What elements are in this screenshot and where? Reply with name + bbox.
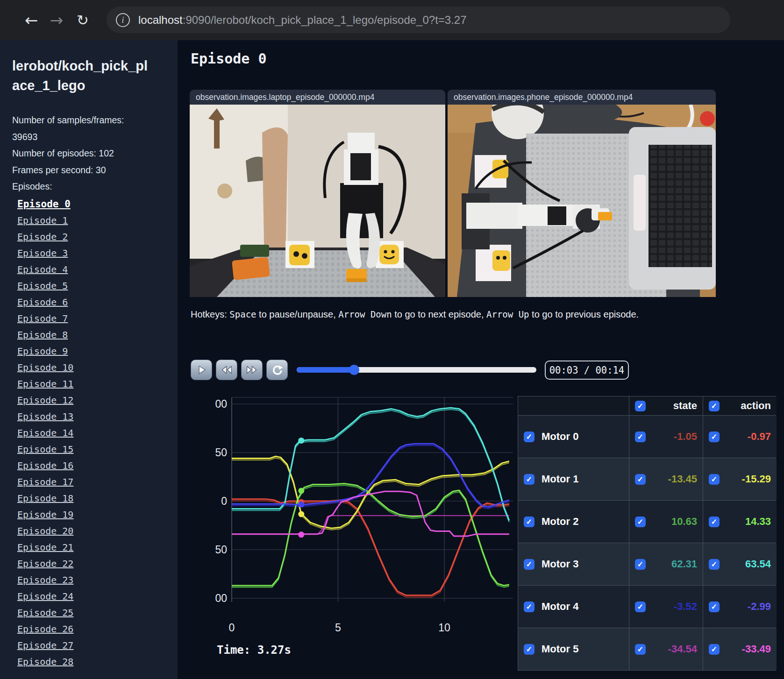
episode-list-item: Episode 9	[12, 343, 178, 360]
motor4-state-value: -3.52	[674, 601, 697, 613]
episode-link-22[interactable]: Episode 22	[17, 558, 73, 569]
url-bar[interactable]: i localhost:9090/lerobot/koch_pick_place…	[107, 7, 730, 33]
column-header-state: ✓state	[629, 396, 703, 415]
episode-link-14[interactable]: Episode 14	[17, 427, 73, 439]
back-icon[interactable]: ←	[21, 9, 42, 31]
episode-list-item: Episode 26	[12, 621, 178, 637]
motor1-state-checkbox[interactable]: ✓	[635, 474, 646, 485]
motor2-state-checkbox[interactable]: ✓	[635, 516, 646, 527]
motor4-state-cell: ✓-3.52	[629, 586, 703, 628]
episode-link-4[interactable]: Episode 4	[17, 264, 68, 275]
play-button[interactable]	[191, 360, 212, 380]
episode-link-24[interactable]: Episode 24	[17, 591, 73, 602]
loop-button[interactable]	[266, 360, 288, 380]
reload-icon[interactable]: ↻	[72, 9, 93, 31]
action-column-checkbox[interactable]: ✓	[709, 401, 720, 411]
motor-row-motor2: ✓Motor 2	[518, 501, 629, 543]
svg-text:0: 0	[221, 495, 227, 507]
motor5-row-checkbox[interactable]: ✓	[524, 644, 535, 655]
motor1-action-cell: ✓-15.29	[703, 458, 777, 500]
seek-slider[interactable]	[297, 367, 536, 373]
video-frame-laptop[interactable]	[190, 105, 445, 297]
episode-list-item: Episode 13	[12, 409, 178, 425]
motor3-action-checkbox[interactable]: ✓	[709, 559, 720, 570]
motor2-action-cell: ✓14.33	[703, 501, 777, 543]
episode-link-2[interactable]: Episode 2	[17, 231, 68, 242]
motor3-row-checkbox[interactable]: ✓	[524, 559, 535, 570]
episode-link-17[interactable]: Episode 17	[17, 476, 73, 488]
episode-link-0[interactable]: Episode 0	[17, 198, 71, 210]
episode-list-item: Episode 21	[12, 539, 178, 556]
motor-name-motor0: Motor 0	[542, 431, 578, 443]
episode-link-7[interactable]: Episode 7	[17, 313, 68, 324]
motor0-action-value: -0.97	[748, 431, 771, 443]
episode-link-25[interactable]: Episode 25	[17, 607, 73, 618]
svg-text:-50: -50	[215, 544, 227, 556]
episode-link-27[interactable]: Episode 27	[17, 640, 73, 651]
site-info-icon[interactable]: i	[116, 13, 130, 27]
episode-link-21[interactable]: Episode 21	[17, 542, 73, 553]
episode-link-13[interactable]: Episode 13	[17, 411, 73, 422]
seek-slider-fill	[297, 367, 354, 373]
episode-link-6[interactable]: Episode 6	[17, 297, 68, 308]
motor2-row-checkbox[interactable]: ✓	[524, 516, 535, 527]
motor5-state-cell: ✓-34.54	[629, 628, 703, 670]
motor0-state-cell: ✓-1.05	[629, 416, 703, 458]
motor0-action-checkbox[interactable]: ✓	[709, 431, 720, 442]
episode-link-11[interactable]: Episode 11	[17, 378, 73, 389]
episode-link-23[interactable]: Episode 23	[17, 574, 73, 586]
motor1-row-checkbox[interactable]: ✓	[524, 474, 535, 485]
forward-icon[interactable]: →	[46, 9, 67, 31]
motor0-state-checkbox[interactable]: ✓	[635, 431, 646, 442]
motor2-state-cell: ✓10.63	[629, 501, 703, 543]
episode-link-9[interactable]: Episode 9	[17, 346, 68, 357]
motor1-action-checkbox[interactable]: ✓	[709, 474, 720, 485]
episode-link-8[interactable]: Episode 8	[17, 329, 68, 340]
seek-slider-thumb[interactable]	[349, 365, 359, 375]
episode-list-item: Episode 23	[12, 572, 178, 588]
motor5-action-value: -33.49	[742, 643, 771, 655]
motor-name-motor5: Motor 5	[542, 643, 578, 655]
episode-link-20[interactable]: Episode 20	[17, 525, 73, 537]
episode-link-5[interactable]: Episode 5	[17, 280, 68, 291]
episode-list-item: Episode 18	[12, 490, 178, 507]
motor-table: ✓state✓action✓Motor 0✓-1.05✓-0.97✓Motor …	[518, 396, 776, 671]
url-text: localhost:9090/lerobot/koch_pick_place_1…	[138, 14, 467, 27]
hotkeys-mid1: to pause/unpause,	[257, 309, 339, 319]
episode-list-item: Episode 5	[12, 278, 178, 294]
fast-forward-icon	[244, 363, 259, 377]
table-corner-cell	[518, 396, 629, 415]
episode-list-item: Episode 7	[12, 311, 178, 327]
episode-link-1[interactable]: Episode 1	[17, 215, 68, 226]
state-column-checkbox[interactable]: ✓	[635, 401, 646, 411]
episode-link-19[interactable]: Episode 19	[17, 509, 73, 520]
player-controls: 00:03 / 00:14	[178, 360, 784, 381]
motor4-action-checkbox[interactable]: ✓	[709, 601, 720, 612]
motor3-state-checkbox[interactable]: ✓	[635, 559, 646, 570]
motor4-row-checkbox[interactable]: ✓	[524, 601, 535, 612]
episode-link-16[interactable]: Episode 16	[17, 460, 73, 471]
motor1-action-value: -15.29	[742, 473, 771, 485]
motor5-action-checkbox[interactable]: ✓	[709, 644, 720, 655]
motor2-action-checkbox[interactable]: ✓	[709, 516, 720, 527]
episode-link-15[interactable]: Episode 15	[17, 444, 73, 455]
rewind-icon	[219, 363, 234, 377]
episode-link-28[interactable]: Episode 28	[17, 656, 73, 667]
motor2-action-value: 14.33	[745, 516, 771, 528]
rewind-button[interactable]	[216, 360, 237, 380]
video-frame-phone[interactable]	[448, 105, 716, 297]
url-path: :9090/lerobot/koch_pick_place_1_lego/epi…	[183, 14, 467, 26]
motor4-state-checkbox[interactable]: ✓	[635, 601, 646, 612]
svg-text:100: 100	[215, 398, 227, 410]
episode-link-10[interactable]: Episode 10	[17, 362, 73, 373]
motor5-state-checkbox[interactable]: ✓	[635, 644, 646, 655]
episode-link-26[interactable]: Episode 26	[17, 623, 73, 635]
episode-link-3[interactable]: Episode 3	[17, 248, 68, 259]
episode-list-item: Episode 16	[12, 458, 178, 474]
video-title-laptop: observation.images.laptop_episode_000000…	[190, 90, 445, 105]
fast-forward-button[interactable]	[241, 360, 263, 380]
episode-link-18[interactable]: Episode 18	[17, 493, 73, 504]
motor-chart[interactable]: 100500-50-1000510	[215, 395, 514, 643]
episode-link-12[interactable]: Episode 12	[17, 395, 73, 406]
motor0-row-checkbox[interactable]: ✓	[524, 431, 535, 442]
